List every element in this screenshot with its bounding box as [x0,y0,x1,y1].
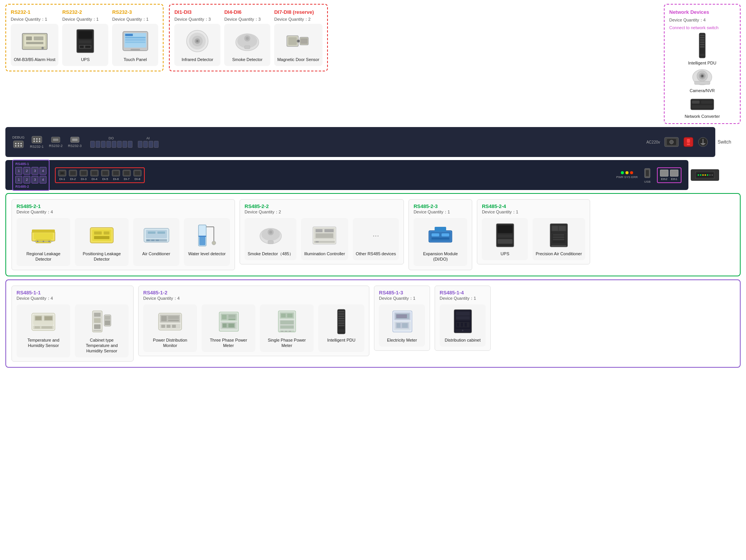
electricity-meter-label: Electricity Meter [387,337,417,343]
svg-point-116 [48,241,50,242]
svg-point-107 [709,174,711,176]
di7-di8-label: DI7-DI8 (reserve) [274,9,322,15]
svg-rect-18 [131,49,140,50]
rs485-1-1-items: Temperature and Humidity Sensor [17,304,129,358]
switch-device-icon [695,172,715,178]
svg-rect-221 [338,316,344,317]
svg-rect-164 [553,234,564,236]
di7-di8-col: DI7-DI8 (reserve) Device Quantity：2 [274,9,322,66]
switch-label-area: Switch [718,127,741,157]
rs485-2-4-qty: Device Quantity：1 [482,210,518,214]
magnetic-door-sensor-label: Magnetic Door Sensor [277,57,319,62]
network-converter: Network Converter [669,95,735,119]
svg-rect-52 [692,105,713,108]
expansion-module-icon [425,222,456,249]
three-phase-icon [213,308,244,335]
ups-label-top: UPS [81,57,90,62]
rs485-1-1-label: RS485-1-1 [17,290,41,296]
svg-rect-173 [45,316,52,320]
svg-rect-191 [168,320,179,321]
svg-rect-131 [199,236,205,245]
temp-humidity-label: Temperature and Humidity Sensor [20,337,67,349]
ups-485-label: UPS [501,251,509,256]
svg-rect-143 [316,229,323,232]
svg-rect-166 [553,239,564,240]
smoke-485-label: Smoke Detector（485） [248,251,293,256]
svg-rect-161 [559,226,566,231]
network-pdu-label: Intelligent PDU [688,61,716,65]
svg-rect-140 [268,241,273,244]
di2-port: DI-2 [69,170,77,181]
svg-rect-99 [646,170,649,176]
di7-di8-card: Magnetic Door Sensor [274,24,322,66]
svg-rect-111 [32,230,55,233]
infrared-detector-label: Infrared Detector [182,57,213,62]
rs232-group: RS232-1 Device Quantity：1 OM-B3/B5 [5,4,164,71]
rs485-1-t2: 2 [23,167,30,175]
rj45-eth1-icon [670,170,678,177]
svg-point-108 [711,174,713,176]
di-connector-icon-4 [90,170,99,177]
svg-rect-83 [61,172,64,174]
air-conditioner-card: Air Conditioner [133,218,179,266]
svg-point-59 [20,145,22,147]
network-converter-icon [689,95,716,112]
other-rs485-label: Other RS485 devices [356,251,396,256]
rs485-1-t5: 1 [15,176,22,183]
svg-rect-119 [94,231,102,235]
svg-rect-120 [104,231,109,235]
svg-rect-132 [198,236,206,237]
touch-panel-label: Touch Panel [124,57,147,62]
svg-rect-190 [168,316,179,319]
svg-rect-70 [72,139,78,141]
svg-rect-127 [147,240,150,241]
intelligent-pdu-icon-network [695,32,710,59]
rs232-3-col: RS232-3 Device Quantity：1 [112,9,158,66]
svg-rect-160 [552,226,558,231]
cabinet-temp-humidity-label: Cabinet type Temperature and Humidity Se… [78,337,126,354]
rs485-1-4-qty: Device Quantity：1 [440,296,476,301]
svg-rect-215 [281,331,283,332]
rs485-2-2-header: RS485-2-2 Device Quantity：2 [245,203,399,215]
rs485-1-hw-ports: RS485-1 1 2 3 4 1 2 3 4 RS485-2 [12,160,50,191]
hardware-row: DEBUG [5,127,741,157]
svg-rect-165 [553,236,564,238]
eth-ports: Eth2 Eth1 [657,167,681,183]
rs485-2-2-box: RS485-2-2 Device Quantity：2 [240,199,404,264]
alarm-host-icon [19,28,50,55]
eth2-port: Eth2 [660,170,668,181]
single-phase-card: Single Phase Power Meter [260,304,314,352]
rs485-2-3-header: RS485-2-3 Device Quantity：1 [414,203,467,215]
di7-port: DI-7 [122,170,131,181]
infrared-detector-icon [182,28,213,55]
svg-rect-239 [456,316,470,319]
svg-point-32 [298,40,299,42]
svg-rect-210 [287,314,293,317]
svg-rect-91 [103,171,108,175]
svg-rect-209 [281,314,286,317]
hardware-row-2: RS485-1 1 2 3 4 1 2 3 4 RS485-2 [5,160,741,190]
svg-point-56 [20,143,22,144]
svg-rect-33 [288,37,297,45]
svg-rect-145 [316,233,333,238]
rs485-1-2-header: RS485-1-2 Device Quantity：4 [143,290,364,301]
di-hw-ports: DI-1 DI-2 DI-3 [55,167,145,183]
rs485-1-2-box: RS485-1-2 Device Quantity：4 [138,286,369,357]
rs485-2-2-label: RS485-2-2 [245,203,269,209]
svg-point-23 [196,40,198,42]
ai-block: AI [138,136,159,148]
electricity-meter-card: Electricity Meter [379,304,425,347]
rs485-1-2-qty: Device Quantity：4 [143,296,180,301]
svg-point-104 [702,174,704,176]
network-camera: Camera/NVR [669,68,735,93]
rs485-1-2-items: Power Distribution Monitor [143,304,364,352]
di5-port: DI-5 [101,170,109,181]
rs232-3-card: Touch Panel [112,24,158,66]
do-block: DO [90,136,132,148]
switch-label: Switch [718,139,731,145]
svg-rect-172 [35,316,41,320]
electricity-meter-icon [387,308,417,335]
svg-rect-7 [78,31,92,39]
rs485-2-1-label: RS485-2-1 [17,203,41,209]
svg-rect-150 [432,233,439,236]
